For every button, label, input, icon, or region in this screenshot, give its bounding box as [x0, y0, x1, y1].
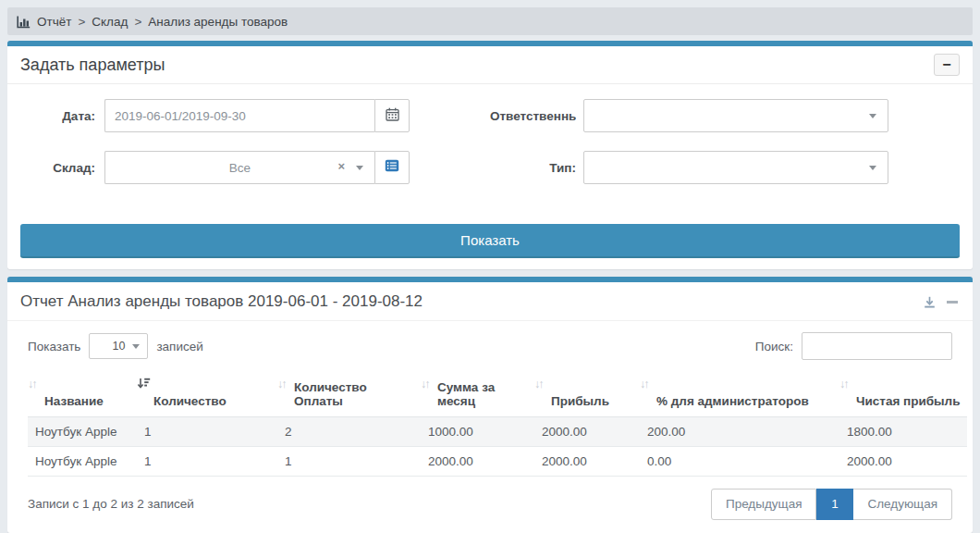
search-label: Поиск: — [755, 340, 793, 353]
column-header-payments[interactable]: ↓↑ Количество Оплаты — [277, 371, 421, 416]
pagination-previous-button[interactable]: Предыдущая — [711, 489, 817, 520]
collapse-panel-button[interactable]: − — [934, 54, 960, 76]
report-table: ↓↑ Название К — [28, 371, 967, 477]
responsible-select[interactable] — [583, 99, 888, 132]
sort-icon: ↓↑ — [534, 378, 543, 390]
page-length-select[interactable]: 10 — [89, 333, 148, 359]
list-icon — [385, 159, 399, 176]
export-button[interactable] — [924, 296, 936, 308]
table-header-row: ↓↑ Название К — [28, 371, 967, 416]
page-length-value: 10 — [112, 340, 125, 353]
minus-icon: − — [942, 57, 950, 72]
parameters-panel: Задать параметры − Дата: — [7, 41, 973, 269]
clear-icon[interactable]: × — [337, 160, 345, 172]
cell-quantity: 1 — [137, 446, 277, 476]
report-panel: Отчет Анализ аренды товаров 2019-06-01 -… — [7, 277, 973, 533]
parameters-panel-title: Задать параметры — [20, 56, 165, 75]
cell-quantity: 1 — [137, 416, 277, 446]
sort-icon: ↓↑ — [640, 378, 648, 390]
date-range-input[interactable] — [104, 99, 374, 132]
sort-icon: ↓↑ — [28, 378, 36, 390]
sort-icon: ↓↑ — [839, 378, 848, 390]
cell-name: Ноутбук Apple — [28, 416, 137, 446]
length-suffix-label: записей — [156, 340, 202, 353]
date-label: Дата: — [20, 109, 95, 123]
type-label: Тип: — [490, 161, 576, 175]
calendar-icon — [386, 107, 399, 125]
warehouse-list-button[interactable] — [374, 151, 410, 184]
sort-desc-icon — [137, 378, 151, 390]
show-report-button[interactable]: Показать — [20, 224, 960, 258]
chevron-down-icon — [356, 166, 363, 170]
search-input[interactable] — [802, 332, 952, 360]
cell-payments: 2 — [277, 416, 421, 446]
cell-monthly-sum: 2000.00 — [421, 446, 534, 476]
sort-icon: ↓↑ — [277, 378, 286, 390]
sort-icon: ↓↑ — [421, 378, 429, 390]
calendar-button[interactable] — [374, 99, 410, 132]
column-header-quantity[interactable]: Количество — [137, 371, 277, 416]
cell-admin-percent: 0.00 — [640, 446, 839, 476]
breadcrumb-separator: > — [78, 15, 85, 29]
table-info: Записи с 1 до 2 из 2 записей — [28, 497, 194, 511]
column-header-net-profit[interactable]: ↓↑ Чистая прибыль — [839, 371, 967, 416]
cell-net-profit: 2000.00 — [839, 446, 967, 476]
cell-name: Ноутбук Apple — [28, 446, 137, 476]
chevron-down-icon — [132, 344, 140, 349]
bar-chart-icon — [17, 16, 31, 29]
cell-payments: 1 — [277, 446, 421, 476]
warehouse-select[interactable]: Все × — [104, 151, 374, 184]
cell-net-profit: 1800.00 — [839, 416, 967, 446]
pagination: Предыдущая 1 Следующая — [711, 489, 952, 520]
download-icon — [924, 296, 936, 308]
column-header-profit[interactable]: ↓↑ Прибыль — [534, 371, 640, 416]
responsible-label: Ответственный: — [490, 109, 576, 123]
type-select[interactable] — [583, 151, 888, 184]
pagination-next-button[interactable]: Следующая — [853, 489, 952, 520]
table-row[interactable]: Ноутбук Apple 1 2 1000.00 2000.00 200.00… — [28, 416, 967, 446]
pagination-page-1-button[interactable]: 1 — [816, 489, 853, 520]
column-header-admin-percent[interactable]: ↓↑ % для администраторов — [640, 371, 839, 416]
cell-profit: 2000.00 — [534, 416, 640, 446]
breadcrumb-item-current: Анализ аренды товаров — [148, 15, 288, 29]
chevron-down-icon — [869, 114, 876, 118]
cell-profit: 2000.00 — [534, 446, 640, 476]
breadcrumb-item-report[interactable]: Отчёт — [37, 15, 71, 29]
chevron-down-icon — [869, 166, 876, 170]
warehouse-select-value: Все — [229, 161, 251, 175]
warehouse-label: Склад: — [20, 161, 95, 175]
column-header-name[interactable]: ↓↑ Название — [28, 371, 137, 416]
cell-admin-percent: 200.00 — [640, 416, 839, 446]
column-header-monthly-sum[interactable]: ↓↑ Сумма за месяц — [421, 371, 534, 416]
breadcrumb-separator: > — [134, 15, 141, 29]
breadcrumb-item-warehouse[interactable]: Склад — [92, 15, 128, 29]
length-prefix-label: Показать — [28, 340, 80, 353]
report-title: Отчет Анализ аренды товаров 2019-06-01 -… — [20, 292, 423, 311]
table-row[interactable]: Ноутбук Apple 1 1 2000.00 2000.00 0.00 2… — [28, 446, 967, 476]
cell-monthly-sum: 1000.00 — [421, 416, 534, 446]
breadcrumb: Отчёт > Склад > Анализ аренды товаров — [7, 7, 973, 35]
collapse-report-button[interactable] — [947, 301, 958, 304]
